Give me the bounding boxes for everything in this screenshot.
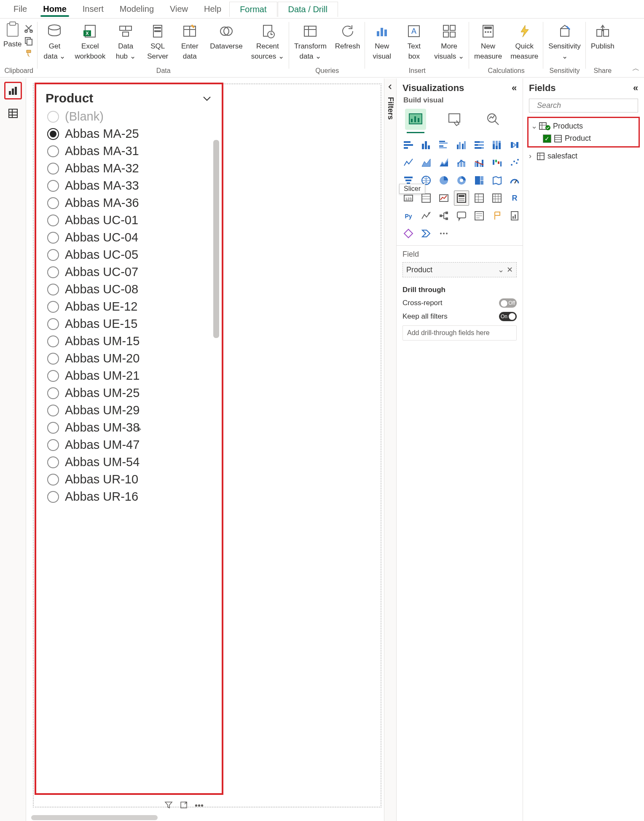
copy-button[interactable] bbox=[23, 35, 34, 46]
radio-icon[interactable] bbox=[47, 163, 59, 174]
slicer-option[interactable]: Abbas UC-04 bbox=[44, 229, 222, 246]
analytics-mode[interactable] bbox=[483, 109, 504, 130]
slicer-option[interactable]: Abbas UM-29 bbox=[44, 402, 222, 419]
expand-filters-icon[interactable] bbox=[387, 83, 394, 90]
viz-paginated[interactable] bbox=[507, 208, 522, 223]
slicer-option[interactable]: Abbas UR-10 bbox=[44, 471, 222, 488]
viz-donut[interactable] bbox=[454, 173, 469, 188]
radio-icon[interactable] bbox=[47, 387, 59, 399]
slicer-option[interactable]: Abbas UC-05 bbox=[44, 246, 222, 263]
keep-filters-toggle[interactable]: On bbox=[499, 312, 517, 321]
data-view-button[interactable] bbox=[4, 105, 22, 122]
radio-icon[interactable] bbox=[47, 439, 59, 451]
tab-format[interactable]: Format bbox=[229, 2, 277, 17]
viz-stacked-column[interactable] bbox=[419, 137, 434, 153]
viz-slicer[interactable] bbox=[454, 190, 469, 206]
radio-icon[interactable] bbox=[47, 422, 59, 434]
viz-area[interactable] bbox=[419, 155, 434, 170]
fields-search[interactable] bbox=[529, 99, 638, 113]
viz-power-apps[interactable] bbox=[401, 226, 416, 241]
viz-decomp-tree[interactable] bbox=[436, 208, 451, 223]
slicer-option[interactable]: Abbas UM-21 bbox=[44, 367, 222, 384]
quick-measure-button[interactable]: Quickmeasure bbox=[509, 21, 540, 62]
viz-qna[interactable] bbox=[454, 208, 469, 223]
drill-through-dropzone[interactable]: Add drill-through fields here bbox=[402, 325, 517, 341]
refresh-button[interactable]: Refresh bbox=[333, 21, 362, 51]
field-product[interactable]: ✓ Product bbox=[530, 132, 637, 145]
radio-icon[interactable] bbox=[47, 370, 59, 382]
viz-get-more[interactable] bbox=[436, 226, 451, 241]
enter-data-button[interactable]: Enterdata bbox=[176, 21, 203, 62]
slicer-option[interactable]: Abbas UM-54 bbox=[44, 453, 222, 471]
slicer-option[interactable]: Abbas UR-16 bbox=[44, 488, 222, 505]
radio-icon[interactable] bbox=[47, 180, 59, 192]
more-visuals-button[interactable]: Morevisuals ⌄ bbox=[432, 21, 466, 62]
radio-icon[interactable] bbox=[47, 405, 59, 416]
radio-icon[interactable] bbox=[47, 215, 59, 226]
slicer-option[interactable]: Abbas UE-12 bbox=[44, 298, 222, 315]
viz-100-stacked-bar[interactable] bbox=[472, 137, 487, 153]
report-view-button[interactable] bbox=[4, 82, 22, 99]
slicer-option[interactable]: Abbas MA-31 bbox=[44, 142, 222, 160]
tab-home[interactable]: Home bbox=[35, 2, 74, 16]
recent-sources-button[interactable]: Recentsources ⌄ bbox=[250, 21, 286, 62]
new-visual-button[interactable]: Newvisual bbox=[368, 21, 395, 62]
cross-report-toggle[interactable]: Off bbox=[499, 298, 517, 308]
radio-icon[interactable] bbox=[47, 353, 59, 365]
slicer-option[interactable]: Abbas UC-07 bbox=[44, 263, 222, 281]
viz-smart-narrative[interactable] bbox=[472, 208, 487, 223]
sql-server-button[interactable]: SQLServer bbox=[144, 21, 171, 62]
report-canvas[interactable]: Product (Blank)Abbas MA-25Abbas MA-31Abb… bbox=[26, 78, 384, 813]
radio-icon[interactable] bbox=[47, 474, 59, 486]
radio-icon[interactable] bbox=[47, 456, 59, 468]
viz-key-influencers[interactable] bbox=[419, 208, 434, 223]
radio-icon[interactable] bbox=[47, 266, 59, 278]
dataverse-button[interactable]: Dataverse bbox=[208, 21, 244, 51]
viz-pie[interactable] bbox=[436, 173, 451, 188]
viz-line-stacked-column[interactable] bbox=[454, 155, 469, 170]
slicer-option[interactable]: Abbas UC-01 bbox=[44, 212, 222, 229]
radio-icon[interactable] bbox=[47, 335, 59, 347]
slicer-option[interactable]: Abbas UM-47 bbox=[44, 436, 222, 453]
radio-icon[interactable] bbox=[47, 232, 59, 244]
ribbon-collapse-button[interactable]: ︿ bbox=[632, 63, 640, 73]
transform-data-button[interactable]: Transformdata ⌄ bbox=[292, 21, 328, 62]
viz-ribbon[interactable] bbox=[507, 137, 522, 153]
excel-workbook-button[interactable]: X Excelworkbook bbox=[73, 21, 107, 62]
slicer-visual[interactable]: Product (Blank)Abbas MA-25Abbas MA-31Abb… bbox=[35, 83, 223, 795]
canvas-horizontal-scrollbar[interactable] bbox=[31, 815, 158, 820]
build-visual-mode[interactable] bbox=[405, 109, 426, 130]
slicer-scrollbar[interactable] bbox=[213, 140, 219, 338]
viz-scatter[interactable] bbox=[507, 155, 522, 170]
viz-waterfall[interactable] bbox=[489, 155, 504, 170]
paste-button[interactable]: Paste bbox=[3, 21, 21, 48]
viz-r-visual[interactable]: R bbox=[507, 190, 522, 206]
field-well-dropdown-icon[interactable]: ⌄ bbox=[498, 265, 504, 274]
viz-power-automate[interactable] bbox=[419, 226, 434, 241]
radio-icon[interactable] bbox=[47, 145, 59, 157]
filter-icon[interactable] bbox=[164, 801, 173, 811]
viz-clustered-column[interactable] bbox=[454, 137, 469, 153]
tab-view[interactable]: View bbox=[162, 2, 196, 16]
focus-mode-icon[interactable] bbox=[180, 801, 188, 811]
tab-modeling[interactable]: Modeling bbox=[112, 2, 161, 16]
collapse-fields-pane-icon[interactable]: » bbox=[633, 83, 638, 94]
tab-insert[interactable]: Insert bbox=[75, 2, 111, 16]
slicer-option[interactable]: (Blank) bbox=[44, 108, 222, 125]
slicer-option[interactable]: Abbas MA-36 bbox=[44, 194, 222, 212]
radio-icon[interactable] bbox=[47, 318, 59, 330]
viz-treemap[interactable] bbox=[472, 173, 487, 188]
table-salesfact[interactable]: › salesfact bbox=[523, 150, 644, 162]
radio-icon[interactable] bbox=[47, 249, 59, 261]
field-product-checkbox[interactable]: ✓ bbox=[543, 134, 551, 143]
slicer-option[interactable]: Abbas UE-15 bbox=[44, 315, 222, 333]
slicer-option[interactable]: Abbas MA-33 bbox=[44, 177, 222, 194]
viz-stacked-bar[interactable] bbox=[401, 137, 416, 153]
slicer-option[interactable]: Abbas MA-32 bbox=[44, 160, 222, 177]
more-options-icon[interactable]: ••• bbox=[195, 801, 204, 811]
viz-table[interactable] bbox=[472, 190, 487, 206]
slicer-dropdown-icon[interactable] bbox=[201, 93, 212, 104]
radio-icon[interactable] bbox=[47, 491, 59, 503]
viz-goals[interactable] bbox=[489, 208, 504, 223]
get-data-button[interactable]: Getdata ⌄ bbox=[41, 21, 68, 62]
